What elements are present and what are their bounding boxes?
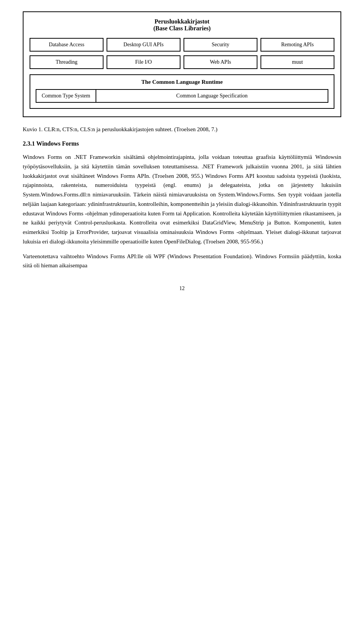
box-desktop-gui: Desktop GUI APIs — [107, 38, 180, 52]
section-number: 2.3.1 — [23, 140, 35, 147]
box-remoting-apis: Remoting APIs — [260, 38, 334, 52]
section-title: Windows Forms — [36, 140, 79, 147]
diagram-container: Perusluokkakirjastot (Base Class Librari… — [23, 11, 341, 117]
diagram-row1: Database Access Desktop GUI APIs Securit… — [30, 38, 334, 52]
cls-box: Common Language Specification — [96, 89, 328, 103]
figure-caption: Kuvio 1. CLR:n, CTS:n, CLS:n ja perusluo… — [23, 126, 341, 133]
box-security: Security — [184, 38, 257, 52]
diagram-title-line1: Perusluokkakirjastot — [30, 18, 334, 25]
clr-title: The Common Language Runtime — [36, 79, 328, 85]
box-threading: Threading — [30, 55, 104, 69]
paragraph-2: Varteenotettava vaihtoehto Windows Forms… — [23, 252, 341, 271]
box-muut: muut — [260, 55, 334, 69]
page: Perusluokkakirjastot (Base Class Librari… — [0, 0, 364, 626]
cts-box: Common Type System — [36, 89, 96, 103]
diagram-title: Perusluokkakirjastot (Base Class Librari… — [30, 18, 334, 32]
page-number: 12 — [23, 286, 341, 292]
diagram-title-line2: (Base Class Libraries) — [30, 25, 334, 32]
box-web-apis: Web APIs — [184, 55, 257, 69]
paragraph-1: Windows Forms on .NET Frameworkin sisält… — [23, 152, 341, 246]
section-heading: 2.3.1 Windows Forms — [23, 140, 341, 147]
cts-cls-row: Common Type System Common Language Speci… — [36, 89, 328, 103]
box-file-io: File I/O — [107, 55, 180, 69]
clr-outer-box: The Common Language Runtime Common Type … — [30, 74, 334, 109]
diagram-row2: Threading File I/O Web APIs muut — [30, 55, 334, 69]
box-database-access: Database Access — [30, 38, 104, 52]
